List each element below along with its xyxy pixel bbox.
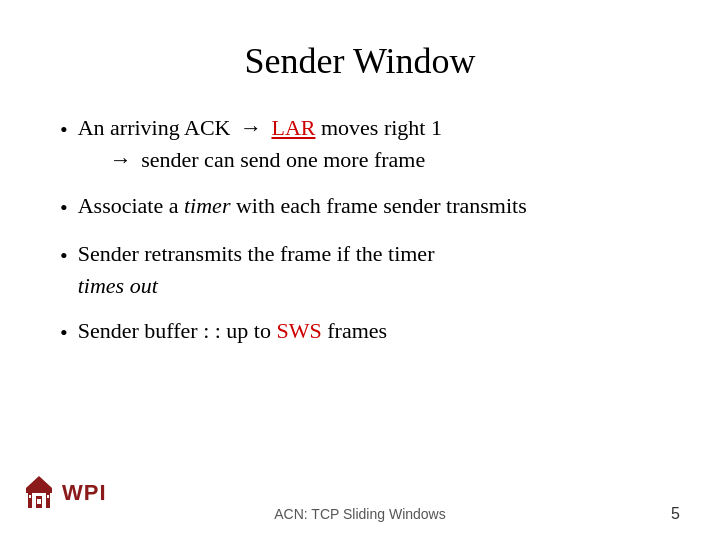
sws-label: SWS bbox=[276, 318, 321, 343]
bullet-text-2: Associate a timer with each frame sender… bbox=[78, 190, 660, 222]
bullet1-line2: → sender can send one more frame bbox=[78, 147, 426, 172]
content-area: • An arriving ACK → LAR moves right 1 → … bbox=[60, 112, 660, 349]
list-item: • Sender buffer : : up to SWS frames bbox=[60, 315, 660, 349]
bullet2-italic: timer bbox=[184, 193, 230, 218]
slide: Sender Window • An arriving ACK → LAR mo… bbox=[0, 0, 720, 540]
wpi-icon bbox=[20, 474, 58, 512]
svg-rect-6 bbox=[47, 495, 49, 498]
bullet1-prefix: An arriving ACK bbox=[78, 115, 236, 140]
svg-rect-0 bbox=[28, 492, 32, 508]
page-number: 5 bbox=[671, 505, 680, 523]
list-item: • An arriving ACK → LAR moves right 1 → … bbox=[60, 112, 660, 176]
arrow-icon-2: → bbox=[110, 147, 132, 172]
bullet-point: • bbox=[60, 240, 68, 272]
bullet-text-4: Sender buffer : : up to SWS frames bbox=[78, 315, 660, 347]
svg-rect-7 bbox=[37, 499, 41, 504]
wpi-text-label: WPI bbox=[62, 480, 107, 506]
bullet-text-3: Sender retransmits the frame if the time… bbox=[78, 238, 660, 302]
bullet3-italic: times out bbox=[78, 273, 158, 298]
bullet-point: • bbox=[60, 192, 68, 224]
bullet3-before: Sender retransmits the frame if the time… bbox=[78, 241, 435, 266]
svg-rect-5 bbox=[29, 495, 31, 498]
svg-marker-4 bbox=[26, 476, 52, 488]
bullet1-suffix: moves right 1 bbox=[321, 115, 442, 140]
list-item: • Associate a timer with each frame send… bbox=[60, 190, 660, 224]
bullet2-after: with each frame sender transmits bbox=[230, 193, 526, 218]
svg-rect-3 bbox=[26, 488, 52, 493]
bullet4-before: Sender buffer : : up to bbox=[78, 318, 277, 343]
svg-rect-1 bbox=[46, 492, 50, 508]
footer-center-text: ACN: TCP Sliding Windows bbox=[20, 506, 700, 522]
bullet1-line2-text: sender can send one more frame bbox=[141, 147, 425, 172]
footer: WPI ACN: TCP Sliding Windows 5 bbox=[0, 506, 720, 522]
list-item: • Sender retransmits the frame if the ti… bbox=[60, 238, 660, 302]
bullet4-after: frames bbox=[322, 318, 387, 343]
arrow-icon-1: → bbox=[240, 115, 262, 140]
bullet-point: • bbox=[60, 114, 68, 146]
lar-label: LAR bbox=[271, 115, 315, 140]
bullet-point: • bbox=[60, 317, 68, 349]
bullet2-before: Associate a bbox=[78, 193, 184, 218]
bullet-text-1: An arriving ACK → LAR moves right 1 → se… bbox=[78, 112, 660, 176]
slide-title: Sender Window bbox=[60, 40, 660, 82]
wpi-logo: WPI bbox=[20, 474, 107, 512]
